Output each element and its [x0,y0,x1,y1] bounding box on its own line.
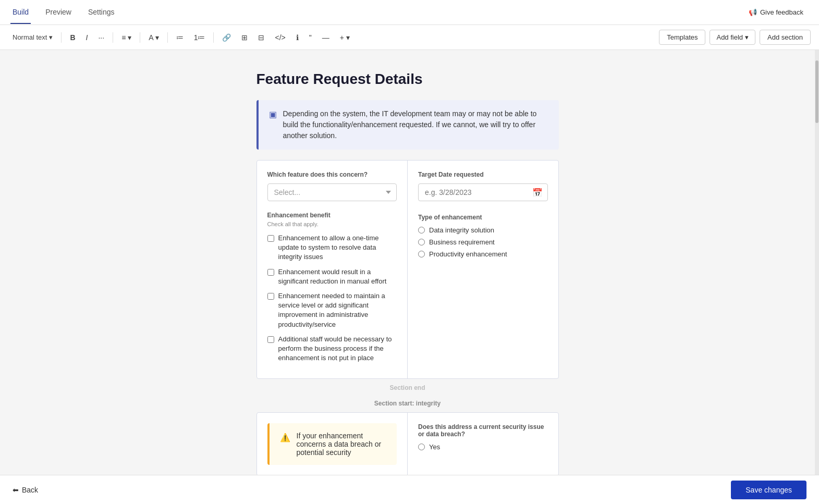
section-start-marker: Section start: integrity [256,397,559,410]
page-title: Feature Request Details [256,71,559,88]
feature-select[interactable]: Select... [267,183,397,201]
nav-tabs: Build Preview Settings [10,1,117,24]
toolbar-divider5 [213,32,214,43]
bold-button[interactable]: B [66,31,79,44]
templates-button[interactable]: Templates [659,30,705,45]
back-arrow-icon: ⬅ [13,486,19,494]
radio-label-1[interactable]: Data integrity solution [429,226,494,234]
italic-button[interactable]: I [82,31,92,44]
add-section-button[interactable]: Add section [760,30,811,45]
divider-button[interactable]: — [318,31,334,44]
form-section-2: ⚠️ If your enhancement concerns a data b… [256,412,559,475]
table-button[interactable]: ⊞ [237,31,252,44]
checkbox-label-4[interactable]: Additional staff would be necessary to p… [278,335,397,363]
text-style-dropdown[interactable]: Normal text ▾ [8,31,57,44]
scroll-thumb[interactable] [815,60,818,123]
checkbox-item: Enhancement to allow a one-time update t… [267,233,397,262]
chevron-down-icon2: ▾ [745,33,749,41]
bullet-list-button[interactable]: ≔ [172,31,188,44]
benefit-label: Enhancement benefit [267,212,397,219]
form-col-right: Target Date requested 📅 Type of enhancem… [408,161,558,378]
info-button[interactable]: ℹ [292,31,303,44]
section-end-marker: Section end [256,381,559,395]
code-button[interactable]: </> [271,31,289,44]
security-label: Does this address a current security iss… [418,423,548,438]
insert-button[interactable]: + ▾ [336,31,354,44]
radio-label-3[interactable]: Productivity enhancement [429,250,507,258]
radio-business-req[interactable] [418,239,425,245]
warning-block: ⚠️ If your enhancement concerns a data b… [267,423,397,465]
tab-settings[interactable]: Settings [86,1,117,24]
date-input-wrap: 📅 [418,183,548,201]
type-label: Type of enhancement [418,214,548,221]
toolbar-divider3 [140,32,140,43]
scroll-track[interactable] [815,50,819,475]
toolbar-left: Normal text ▾ B I ··· ≡ ▾ A ▾ ≔ 1≔ 🔗 ⊞ ⊟… [8,31,657,44]
checkbox-label-1[interactable]: Enhancement to allow a one-time update t… [278,233,397,262]
chevron-down-icon: ▾ [49,33,53,41]
checkbox-4[interactable] [267,336,274,343]
checkbox-1[interactable] [267,235,274,242]
benefit-section: Enhancement benefit Check all that apply… [267,212,397,363]
more-format-button[interactable]: ··· [94,31,108,44]
benefit-sublabel: Check all that apply. [267,221,397,227]
checkbox-item: Enhancement needed to maintain a service… [267,291,397,329]
info-block: ▣ Depending on the system, the IT develo… [256,100,559,150]
radio-item: Business requirement [418,238,548,246]
form-col2-left: ⚠️ If your enhancement concerns a data b… [257,413,408,475]
ordered-list-button[interactable]: 1≔ [190,31,210,44]
editor-area: Feature Request Details ▣ Depending on t… [0,50,815,475]
radio-yes-input[interactable] [418,444,425,450]
main-content: Feature Request Details ▣ Depending on t… [0,50,819,475]
megaphone-icon: 📢 [749,8,757,16]
align-button[interactable]: ≡ ▾ [117,31,136,44]
radio-yes: Yes [418,443,548,451]
text-color-button[interactable]: A ▾ [144,31,163,44]
checkbox-item: Enhancement would result in a significan… [267,267,397,286]
toolbar-divider4 [167,32,168,43]
warning-text: If your enhancement concerns a data brea… [297,432,387,457]
checkbox-2[interactable] [267,269,274,276]
quote-button[interactable]: " [305,31,316,44]
editor-inner: Feature Request Details ▣ Depending on t… [256,71,559,475]
warning-icon: ⚠️ [280,433,290,442]
date-input[interactable] [418,183,548,201]
link-button[interactable]: 🔗 [218,31,235,44]
form-section: Which feature does this concern? Select.… [256,160,559,379]
radio-data-integrity[interactable] [418,227,425,233]
toolbar-right: Templates Add field ▾ Add section [659,30,811,45]
checkbox-3[interactable] [267,293,274,300]
tab-build[interactable]: Build [10,1,31,24]
columns-button[interactable]: ⊟ [254,31,268,44]
type-section: Type of enhancement Data integrity solut… [418,214,548,258]
checkbox-label-3[interactable]: Enhancement needed to maintain a service… [278,291,397,329]
give-feedback-button[interactable]: 📢 Give feedback [743,5,809,19]
radio-productivity[interactable] [418,251,425,257]
tab-preview[interactable]: Preview [43,1,74,24]
info-block-icon: ▣ [269,109,277,119]
save-changes-button[interactable]: Save changes [731,481,806,499]
radio-label-2[interactable]: Business requirement [429,238,495,246]
radio-yes-label[interactable]: Yes [429,443,440,451]
radio-item: Productivity enhancement [418,250,548,258]
radio-item: Data integrity solution [418,226,548,234]
toolbar-divider [61,32,62,43]
form-col-left: Which feature does this concern? Select.… [257,161,408,378]
add-field-button[interactable]: Add field ▾ [710,30,755,45]
checkbox-item: Additional staff would be necessary to p… [267,335,397,363]
back-button[interactable]: ⬅ Back [13,486,38,494]
top-nav: Build Preview Settings 📢 Give feedback [0,0,819,25]
checkbox-label-2[interactable]: Enhancement would result in a significan… [278,267,397,286]
toolbar: Normal text ▾ B I ··· ≡ ▾ A ▾ ≔ 1≔ 🔗 ⊞ ⊟… [0,25,819,50]
date-label: Target Date requested [418,171,548,178]
toolbar-divider2 [113,32,113,43]
bottom-bar: ⬅ Back Save changes [0,475,819,504]
form-col2-right: Does this address a current security iss… [408,413,558,475]
feature-label: Which feature does this concern? [267,171,397,178]
info-text: Depending on the system, the IT developm… [283,108,548,141]
